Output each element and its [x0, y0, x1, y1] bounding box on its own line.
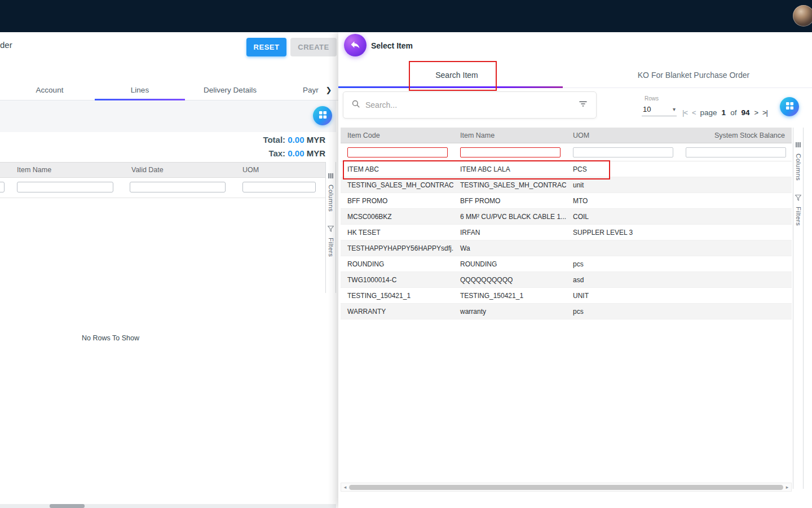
table-row[interactable]: TESTING_150421_1 TESTING_150421_1 UNIT [341, 288, 792, 304]
left-grid-header: Item Name Valid Date UOM [0, 162, 325, 178]
scroll-right-icon[interactable]: ▸ [784, 484, 791, 491]
filter-input-stock-balance[interactable] [686, 147, 786, 157]
total-currency: MYR [307, 135, 325, 144]
side-tab-filters[interactable]: Filters [328, 224, 334, 257]
caret-down-icon: ▾ [673, 106, 676, 112]
rows-per-page-select[interactable]: 10 ▾ [642, 103, 677, 116]
side-tab-filters[interactable]: Filters [795, 193, 802, 226]
tab-payment-clipped[interactable]: Payr [303, 80, 319, 100]
item-grid: Item Code Item Name UOM System Stock Bal… [341, 128, 792, 319]
select-item-panel: Select Item Search Item KO For Blanket P… [338, 32, 812, 508]
search-input[interactable] [365, 100, 573, 110]
create-button[interactable]: CREATE [290, 38, 337, 56]
total-label: Total: [263, 135, 285, 144]
table-row[interactable]: TESTHAPPYHAPPY56HAPPYsdfj... Wa [341, 240, 792, 256]
active-tab-indicator [338, 86, 563, 88]
cell-item-name: TESTING_150421_1 [453, 292, 566, 300]
tab-delivery-details[interactable]: Delivery Details [185, 80, 275, 100]
columns-icon [328, 171, 334, 181]
cell-uom: pcs [566, 260, 679, 268]
tab-search-item[interactable]: Search Item [338, 62, 575, 87]
right-side-strip: Columns Filters [793, 128, 804, 489]
columns-icon [795, 140, 801, 150]
grid-view-button[interactable] [313, 106, 332, 125]
side-tab-columns[interactable]: Columns [795, 140, 802, 181]
tax-label: Tax: [268, 148, 285, 158]
header-item-name[interactable]: Item Name [453, 132, 566, 139]
header-system-stock-balance[interactable]: System Stock Balance [679, 132, 792, 139]
filter-list-icon[interactable] [578, 99, 588, 111]
search-bar [343, 91, 597, 119]
scrollbar-thumb[interactable] [349, 485, 783, 490]
filter-input-valid-date[interactable] [130, 182, 226, 192]
header-uom[interactable]: UOM [566, 132, 679, 139]
cell-uom: pcs [566, 308, 679, 316]
cell-item-name: ROUNDING [453, 260, 566, 268]
table-row[interactable]: TESTING_SALES_MH_CONTRACT TESTING_SALES_… [341, 177, 792, 193]
prev-page-button[interactable]: < [692, 108, 696, 117]
total-pages-number: 94 [741, 108, 749, 117]
avatar[interactable] [793, 5, 812, 27]
header-valid-date[interactable]: Valid Date [121, 166, 234, 174]
first-page-button[interactable]: |< [682, 108, 687, 117]
reset-button[interactable]: RESET [246, 38, 286, 56]
header-uom[interactable]: UOM [234, 166, 325, 174]
side-tab-columns[interactable]: Columns [328, 171, 334, 212]
cell-uom: unit [566, 181, 679, 189]
table-row[interactable]: MCSC006BKZ 6 MM² CU/PVC BLACK CABLE 1...… [341, 209, 792, 225]
grid-view-button[interactable] [780, 97, 799, 116]
tab-scroll-right-icon[interactable]: ❯ [322, 82, 336, 98]
next-page-button[interactable]: > [754, 108, 758, 117]
filter-funnel-icon [795, 193, 801, 203]
side-tab-columns-label: Columns [328, 185, 334, 212]
item-grid-body: ITEM ABC ITEM ABC LALA PCS TESTING_SALES… [341, 161, 792, 319]
scroll-left-icon[interactable]: ◂ [342, 484, 348, 491]
item-grid-filter-row [341, 143, 792, 161]
filter-input-uom[interactable] [573, 147, 673, 157]
tab-lines[interactable]: Lines [95, 80, 185, 100]
filter-input-uom[interactable] [242, 182, 316, 192]
empty-grid-message: No Rows To Show [82, 334, 139, 342]
rows-per-page-label: Rows [645, 95, 659, 102]
cell-item-name: IRFAN [453, 229, 566, 237]
rows-per-page-value: 10 [643, 105, 651, 113]
last-page-button[interactable]: >| [762, 108, 767, 117]
table-row[interactable]: ITEM ABC ITEM ABC LALA PCS [341, 161, 792, 177]
filter-input-item-name[interactable] [17, 182, 113, 192]
cell-item-name: Wa [453, 244, 566, 252]
cell-item-name: QQQQQQQQQQ [453, 276, 566, 284]
table-row[interactable]: ROUNDING ROUNDING pcs [341, 256, 792, 272]
tab-ko-blanket-purchase-order[interactable]: KO For Blanket Purchase Order [575, 62, 812, 87]
left-horizontal-scrollbar[interactable] [0, 504, 336, 508]
cell-uom: COIL [566, 213, 679, 221]
total-line: Total: 0.00 MYR [263, 133, 325, 147]
filter-input-partial[interactable] [0, 182, 5, 192]
panel-title: Select Item [371, 41, 413, 50]
left-grid-filter-row [0, 178, 325, 198]
current-page-number: 1 [722, 108, 726, 117]
filter-input-item-code[interactable] [347, 147, 448, 157]
right-tab-bar: Search Item KO For Blanket Purchase Orde… [338, 62, 812, 88]
table-row[interactable]: BFF PROMO BFF PROMO MTO [341, 193, 792, 209]
table-row[interactable]: TWG1000014-C QQQQQQQQQQ asd [341, 272, 792, 288]
header-item-name[interactable]: Item Name [10, 166, 121, 174]
cell-item-name: ITEM ABC LALA [453, 165, 566, 173]
cell-item-name: TESTING_SALES_MH_CONTRACT [453, 181, 566, 189]
cell-item-code: TWG1000014-C [341, 276, 453, 284]
tax-value: 0.00 [288, 148, 304, 158]
header-item-code[interactable]: Item Code [341, 132, 453, 139]
cell-item-name: 6 MM² CU/PVC BLACK CABLE 1... [453, 213, 566, 221]
search-icon [351, 99, 360, 111]
back-button[interactable] [344, 34, 367, 56]
item-grid-horizontal-scrollbar[interactable]: ◂ ▸ [341, 483, 792, 492]
grid-toolbar-band [0, 100, 336, 132]
table-row[interactable]: HK TESET IRFAN SUPPLER LEVEL 3 [341, 225, 792, 240]
item-grid-header: Item Code Item Name UOM System Stock Bal… [341, 128, 792, 143]
filter-input-item-name[interactable] [460, 147, 561, 157]
side-tab-filters-label: Filters [328, 238, 334, 257]
tax-currency: MYR [307, 148, 325, 158]
cell-item-code: TESTHAPPYHAPPY56HAPPYsdfj... [341, 244, 453, 252]
table-row[interactable]: WARRANTY warranty pcs [341, 304, 792, 319]
tab-account[interactable]: Account [5, 80, 95, 100]
left-scrollbar-thumb[interactable] [50, 504, 85, 508]
